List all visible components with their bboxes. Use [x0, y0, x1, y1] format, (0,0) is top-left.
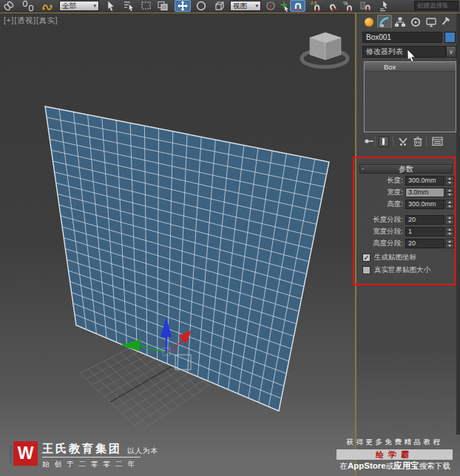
- appstore-label: AppStore: [348, 461, 386, 470]
- select-manipulate-icon[interactable]: [277, 0, 291, 12]
- svg-text:2.5: 2.5: [311, 1, 317, 5]
- 3dsmax-window: 全部▾ 视图▾: [0, 0, 460, 476]
- edit-named-selection-sets-icon[interactable]: [377, 0, 392, 12]
- tab-modify[interactable]: [377, 15, 392, 29]
- viewport-label[interactable]: [+][透视][真实]: [4, 16, 58, 26]
- promo-line: 获得更多免费精品教程: [334, 438, 455, 447]
- brand-divider: [42, 457, 141, 458]
- select-rotate-button[interactable]: [194, 0, 209, 12]
- modifier-stack-toolbar: [356, 135, 460, 148]
- perspective-viewport[interactable]: [+][透视][真实]: [0, 13, 355, 476]
- tab-display[interactable]: [424, 15, 439, 29]
- reference-coordinate-dropdown[interactable]: 视图▾: [230, 1, 261, 11]
- create-icon: [365, 18, 373, 27]
- panel-scroll-strip[interactable]: [456, 13, 460, 435]
- snap-toggle-button[interactable]: [290, 0, 305, 12]
- show-end-result-button[interactable]: [377, 135, 390, 147]
- object-name-field[interactable]: Box001: [362, 32, 442, 43]
- yingyongbao-label: 应用宝: [393, 461, 419, 470]
- separator: [375, 136, 376, 146]
- percent-snap-icon[interactable]: %: [342, 0, 356, 12]
- window-crossing-icon[interactable]: [155, 0, 170, 12]
- promo-app-name: 绘学霸: [336, 449, 453, 460]
- selection-filter-dropdown[interactable]: 全部▾: [59, 1, 99, 11]
- tab-create[interactable]: [362, 15, 376, 29]
- separator: [426, 136, 427, 146]
- main-toolbar: 全部▾ 视图▾: [0, 0, 460, 13]
- select-by-name-icon[interactable]: [121, 0, 136, 12]
- selection-region-icon[interactable]: [139, 0, 154, 12]
- snap-25d-icon[interactable]: 2.5: [309, 0, 324, 12]
- modifier-stack[interactable]: Box: [364, 61, 456, 132]
- tab-utilities[interactable]: [439, 15, 454, 29]
- chevron-down-icon: ▾: [255, 1, 258, 10]
- motion-icon: [410, 16, 422, 28]
- brand-slogan: 以人为本: [127, 446, 158, 456]
- mouse-cursor: [407, 49, 419, 64]
- chevron-down-icon: ∨: [449, 49, 453, 55]
- make-unique-icon[interactable]: [396, 135, 409, 147]
- chevron-down-icon: ▾: [93, 1, 96, 10]
- logo-accent-strip: [10, 444, 12, 464]
- tab-motion[interactable]: [408, 15, 423, 29]
- download-hint: 在AppStore或应用宝搜索下载: [333, 460, 457, 472]
- svg-text:%: %: [343, 1, 348, 6]
- tab-hierarchy[interactable]: [393, 15, 407, 29]
- brand-logo: W: [13, 441, 38, 466]
- brand-since: 始创于二零零二年: [42, 460, 140, 469]
- brand-name: 王氏教育集团: [42, 442, 122, 456]
- select-scale-button[interactable]: [212, 0, 227, 12]
- box-object[interactable]: [45, 106, 329, 411]
- unlink-icon[interactable]: [21, 0, 35, 12]
- viewcube[interactable]: [302, 33, 348, 67]
- object-name-row: Box001: [362, 32, 456, 43]
- remove-modifier-icon[interactable]: [411, 135, 424, 147]
- select-link-icon[interactable]: [1, 0, 16, 12]
- pin-stack-icon[interactable]: [362, 135, 375, 147]
- named-selection-set-field[interactable]: 创建选择集: [414, 1, 459, 10]
- use-pivot-center-icon[interactable]: [263, 0, 278, 12]
- viewport-active-border: [0, 13, 460, 13]
- configure-modifier-sets-icon[interactable]: [430, 135, 444, 147]
- angle-snap-icon[interactable]: [325, 0, 340, 12]
- display-icon: [425, 16, 437, 28]
- hierarchy-icon: [394, 16, 406, 28]
- command-panel-tabs: [362, 15, 454, 29]
- select-move-button[interactable]: [175, 0, 191, 12]
- object-color-swatch[interactable]: [444, 32, 456, 43]
- utilities-icon: [441, 16, 453, 28]
- modify-icon: [379, 16, 390, 28]
- spinner-snap-icon[interactable]: [358, 0, 373, 12]
- modifier-list-dropdown[interactable]: 修改器列表: [362, 46, 446, 58]
- select-object-icon[interactable]: [104, 0, 118, 12]
- red-highlight-rectangle: [353, 157, 456, 285]
- modifier-list-chevron-button[interactable]: ∨: [446, 46, 456, 58]
- bind-spacewarp-icon[interactable]: [40, 0, 55, 12]
- separator: [393, 136, 393, 146]
